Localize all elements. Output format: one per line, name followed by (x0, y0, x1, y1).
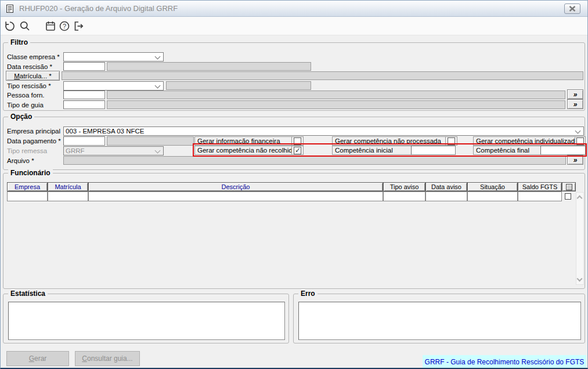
pessoa-forn-input[interactable] (63, 91, 105, 99)
gerar-comp-nao-recolhida-checkbox[interactable] (291, 146, 304, 155)
tipo-guia-input[interactable] (63, 100, 105, 109)
svg-text:?: ? (63, 23, 66, 30)
column-header-data-aviso[interactable]: Data aviso (425, 182, 467, 191)
data-pagamento-input[interactable] (63, 136, 105, 146)
window-title: RHUFP020 - Geração de Arquivo Digital GR… (19, 4, 178, 13)
opcao-groupbox: Opção Empresa principal 003 - EMPRESA 03… (3, 117, 585, 170)
table-row-cell[interactable] (7, 191, 48, 201)
chevron-down-icon (155, 83, 161, 89)
consultar-guia-button[interactable]: Consultar guia... (75, 351, 140, 366)
tipo-rescisao-extra-field (166, 81, 311, 90)
tipo-guia-label: Tipo de guia (7, 102, 44, 108)
gerar-comp-individualizada-checkbox[interactable] (575, 136, 586, 146)
search-icon[interactable] (19, 20, 31, 32)
help-icon[interactable]: ? (59, 20, 70, 32)
undo-icon[interactable] (4, 20, 16, 32)
tipo-rescisao-combobox[interactable] (63, 81, 164, 91)
data-pagamento-extra-field (107, 136, 194, 146)
arquivo-label: Arquivo * (7, 157, 34, 164)
gerar-comp-nao-processada-label: Gerar competência não processada (332, 136, 446, 146)
titlebar: RHUFP020 - Geração de Arquivo Digital GR… (1, 1, 587, 17)
pessoa-forn-lookup-button[interactable]: » (567, 89, 583, 99)
filtro-legend: Filtro (8, 38, 30, 46)
table-row-cell[interactable] (48, 191, 88, 201)
data-pagamento-label: Data pagamento * (7, 138, 61, 144)
filtro-groupbox: Filtro Classe empresa * Data rescisão * … (3, 42, 585, 111)
close-button[interactable] (564, 3, 580, 14)
erro-legend: Erro (298, 290, 318, 298)
pessoa-forn-desc-field (107, 91, 565, 99)
tipo-remessa-combobox: GRRF (63, 146, 164, 155)
competencia-inicial-label: Competência inicial (332, 146, 412, 155)
row-checkbox[interactable] (565, 193, 571, 200)
chevron-down-icon (155, 54, 161, 60)
matricula-field (62, 71, 583, 80)
tipo-guia-lookup-button[interactable]: » (567, 99, 583, 109)
tipo-remessa-label: Tipo remessa (7, 147, 47, 154)
empresa-principal-combobox[interactable]: 003 - EMPRESA 03 NFCE (63, 126, 584, 136)
exit-icon[interactable] (73, 20, 84, 32)
gerar-comp-nao-recolhida-label: Gerar competência não recolhida (194, 146, 292, 155)
column-header-saldo-fgts[interactable]: Saldo FGTS (518, 182, 562, 191)
close-icon (569, 6, 576, 12)
classe-empresa-combobox[interactable] (63, 52, 164, 62)
competencia-final-label: Competência final (473, 146, 541, 155)
matricula-button[interactable]: Matrícula... * (6, 71, 60, 81)
table-row-cell[interactable] (425, 191, 467, 201)
opcao-legend: Opção (8, 113, 34, 121)
column-header-tipo-aviso[interactable]: Tipo aviso (383, 182, 425, 191)
app-window: RHUFP020 - Geração de Arquivo Digital GR… (0, 0, 588, 369)
select-all-checkbox-icon (566, 184, 572, 190)
gerar-comp-individualizada-label: Gerar competência individualizada (473, 136, 575, 146)
funcionario-scrollbar[interactable] (576, 192, 584, 285)
estatistica-textarea[interactable] (8, 302, 285, 340)
column-header-empresa[interactable]: Empresa (7, 182, 48, 191)
table-row-cell[interactable] (467, 191, 518, 201)
toolbar: ? (1, 17, 587, 35)
erro-textarea[interactable] (298, 302, 581, 340)
tipo-rescisao-label: Tipo rescisão * (7, 82, 51, 89)
grrf-hint-text: GRRF - Guia de Recolhimento Rescisório d… (423, 355, 586, 368)
data-rescisao-extra-field (107, 62, 311, 71)
gerar-info-financeira-checkbox[interactable] (291, 136, 304, 146)
column-header-descricao[interactable]: Descrição (88, 182, 383, 191)
arquivo-lookup-button[interactable]: » (567, 155, 583, 165)
gerar-info-financeira-label: Gerar informação financeira (194, 136, 292, 146)
calendar-icon[interactable] (45, 20, 56, 32)
estatistica-groupbox: Estatística (3, 294, 289, 343)
funcionario-legend: Funcionário (8, 169, 53, 177)
scroll-up-icon[interactable] (577, 196, 583, 201)
empresa-principal-label: Empresa principal (7, 128, 60, 135)
gerar-comp-nao-processada-checkbox[interactable] (445, 136, 457, 146)
data-rescisao-input[interactable] (63, 62, 105, 71)
classe-empresa-label: Classe empresa * (7, 53, 60, 60)
column-header-matricula[interactable]: Matrícula (48, 182, 88, 191)
erro-groupbox: Erro (293, 294, 585, 343)
competencia-final-input[interactable] (540, 146, 586, 155)
estatistica-legend: Estatística (8, 290, 48, 298)
tipo-guia-desc-field (107, 100, 565, 109)
column-header-situacao[interactable]: Situação (467, 182, 518, 191)
table-row-cell[interactable] (518, 191, 562, 201)
table-row-cell[interactable] (383, 191, 425, 201)
funcionario-groupbox: Funcionário Empresa Matrícula Descrição … (3, 173, 585, 289)
pessoa-forn-label: Pessoa forn. (7, 92, 45, 99)
arquivo-field (63, 156, 566, 165)
chevron-down-icon (155, 148, 161, 154)
competencia-inicial-input[interactable] (411, 146, 456, 155)
scroll-down-icon[interactable] (577, 276, 583, 282)
gerar-button[interactable]: Gerar (6, 351, 69, 366)
data-rescisao-label: Data rescisão * (7, 63, 52, 70)
chevron-down-icon (575, 128, 581, 134)
document-icon (5, 4, 15, 13)
column-header-select-all[interactable] (562, 182, 576, 191)
table-row-cell[interactable] (88, 191, 383, 201)
